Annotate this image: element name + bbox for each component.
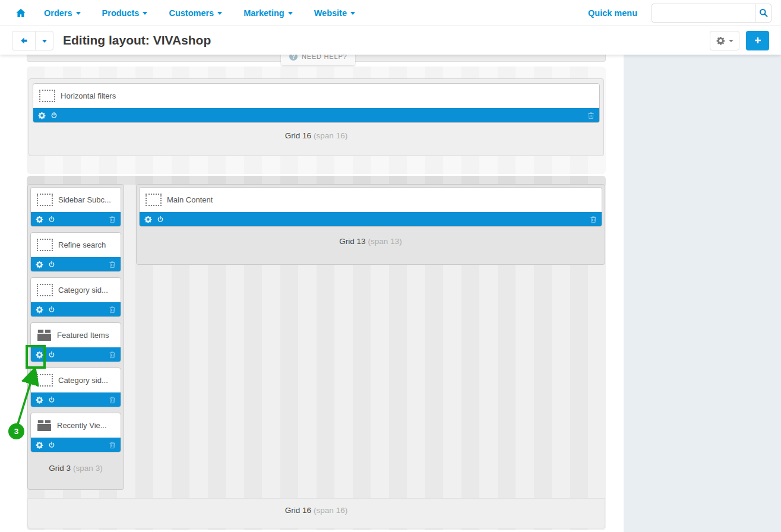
chevron-down-icon [42, 40, 47, 43]
page-header: Editing layout: VIVAshop [0, 26, 781, 55]
block-recently-viewed[interactable]: Recently Vie... [30, 413, 121, 452]
trash-icon[interactable] [587, 112, 595, 119]
block-settings-bar [31, 212, 121, 226]
block-header: Featured Items [31, 323, 121, 347]
add-button[interactable] [746, 31, 769, 50]
power-icon[interactable] [48, 261, 55, 268]
grid-label: Grid 13(span 13) [139, 237, 602, 246]
chevron-down-icon [350, 12, 355, 15]
grid16-top-container: Horizontal filters Grid 16(span 16) [29, 78, 604, 156]
block-label: Category sid... [58, 286, 108, 294]
quick-menu-link[interactable]: Quick menu [588, 8, 637, 18]
chevron-down-icon [143, 12, 147, 15]
block-settings-bar [140, 212, 602, 226]
chevron-down-icon [76, 12, 81, 15]
gear-icon[interactable] [144, 216, 152, 223]
block-refine-search[interactable]: Refine search [30, 232, 121, 272]
nav-item-orders[interactable]: Orders [44, 8, 81, 18]
gear-icon[interactable] [36, 216, 43, 223]
products-box-icon [37, 329, 52, 341]
block-label: Refine search [58, 240, 106, 249]
layout-editor-page: Orders Products Customers Marketing Webs… [0, 0, 781, 532]
block-label: Main Content [167, 195, 213, 204]
block-label: Sidebar Subc... [58, 195, 111, 204]
power-icon[interactable] [48, 306, 55, 314]
dashed-box-icon [37, 284, 53, 296]
nav-item-customers[interactable]: Customers [169, 8, 222, 18]
block-label: Featured Items [57, 331, 109, 340]
settings-dropdown-button[interactable] [710, 31, 739, 50]
power-icon[interactable] [157, 216, 164, 223]
nav-item-label: Website [314, 8, 347, 18]
block-sidebar-subcategories[interactable]: Sidebar Subc... [30, 187, 121, 227]
gear-icon [716, 36, 725, 45]
nav-item-website[interactable]: Website [314, 8, 355, 18]
block-horizontal-filters[interactable]: Horizontal filters [33, 83, 600, 123]
power-icon[interactable] [48, 216, 55, 223]
gear-icon[interactable] [38, 112, 46, 119]
section-top-band [27, 176, 606, 185]
block-label: Horizontal filters [61, 91, 116, 100]
power-icon[interactable] [50, 112, 58, 119]
grid16-top-section: Horizontal filters Grid 16(span 16) [27, 66, 606, 174]
magnifier-icon [759, 8, 768, 17]
trash-icon[interactable] [109, 216, 116, 223]
chevron-down-icon [729, 40, 733, 42]
grid-label: Grid 3(span 3) [30, 464, 121, 473]
back-button-group [12, 31, 53, 50]
trash-icon[interactable] [109, 306, 116, 314]
grid16-bottom-section: Sidebar Subc... Refine search [27, 176, 606, 530]
dashed-box-icon [146, 194, 162, 206]
nav-item-marketing[interactable]: Marketing [244, 8, 293, 18]
block-header: Horizontal filters [33, 84, 599, 108]
power-icon[interactable] [48, 351, 55, 359]
trash-icon[interactable] [109, 261, 116, 268]
block-label: Category sid... [58, 376, 108, 385]
power-icon[interactable] [48, 396, 55, 404]
home-icon[interactable] [15, 8, 26, 18]
block-header: Main Content [140, 188, 602, 212]
block-settings-bar [31, 257, 121, 271]
block-main-content[interactable]: Main Content [139, 187, 602, 227]
quick-search [652, 4, 771, 23]
block-header: Sidebar Subc... [31, 188, 121, 212]
trash-icon[interactable] [109, 396, 116, 404]
search-button[interactable] [755, 4, 771, 23]
trash-icon[interactable] [109, 441, 116, 449]
plus-icon [754, 36, 762, 45]
top-navbar: Orders Products Customers Marketing Webs… [0, 0, 781, 26]
nav-item-label: Customers [169, 8, 214, 18]
gear-icon[interactable] [36, 261, 43, 268]
back-dropdown-toggle[interactable] [36, 31, 53, 50]
grid3-sidebar-container: Sidebar Subc... Refine search [27, 184, 124, 490]
grid-label: Grid 16(span 16) [29, 131, 603, 140]
back-button[interactable] [12, 31, 36, 50]
grid-label: Grid 16(span 16) [27, 498, 605, 528]
block-settings-bar [31, 438, 121, 452]
block-category-sidebox-1[interactable]: Category sid... [30, 277, 121, 317]
nav-item-products[interactable]: Products [102, 8, 148, 18]
block-header: Recently Vie... [31, 413, 121, 438]
power-icon[interactable] [48, 441, 55, 449]
gear-icon[interactable] [36, 306, 43, 314]
right-side-panel [624, 55, 781, 532]
block-settings-bar [33, 108, 599, 122]
annotation-arrow [12, 367, 42, 426]
block-header: Refine search [31, 233, 121, 257]
quick-search-input[interactable] [652, 4, 755, 23]
dashed-box-icon [39, 90, 55, 102]
nav-item-label: Products [102, 8, 140, 18]
trash-icon[interactable] [109, 351, 116, 359]
block-category-sidebox-2[interactable]: Category sid... [30, 368, 121, 407]
gear-icon[interactable] [36, 441, 43, 449]
page-title: Editing layout: VIVAshop [63, 33, 211, 48]
block-label: Recently Vie... [57, 421, 107, 430]
annotation-step-number: 3 [8, 423, 24, 439]
trash-icon[interactable] [590, 216, 597, 223]
dashed-box-icon [37, 239, 53, 251]
dashed-box-icon [37, 194, 53, 206]
arrow-left-icon [20, 36, 29, 45]
chevron-down-icon [217, 12, 222, 15]
nav-item-label: Orders [44, 8, 72, 18]
block-header: Category sid... [31, 278, 121, 302]
